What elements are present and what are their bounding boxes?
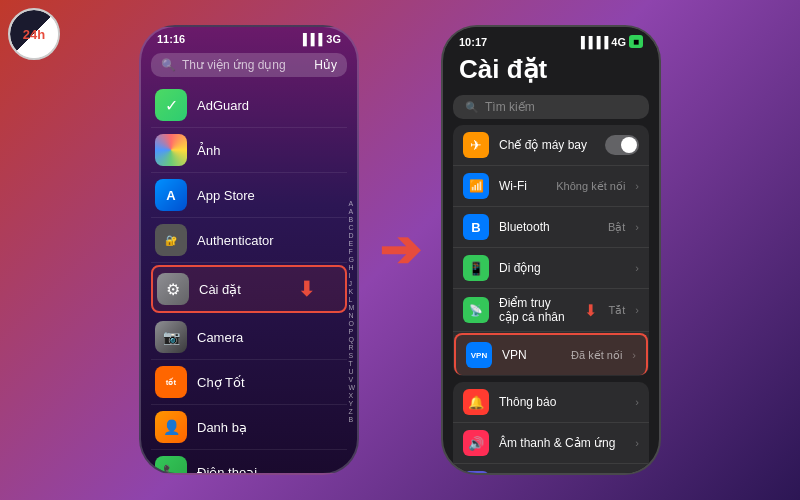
right-phone: 10:17 ▐▐▐▐ 4G ■ Cài đặt 🔍 Tìm kiếm ✈ Chế… (441, 25, 661, 475)
vpn-value: Đã kết nối (571, 349, 622, 362)
bluetooth-value: Bật (608, 221, 625, 234)
adguard-label: AdGuard (197, 98, 249, 113)
left-time: 11:16 (157, 33, 185, 45)
camera-icon: 📷 (155, 321, 187, 353)
bluetooth-label: Bluetooth (499, 220, 598, 234)
airplane-label: Chế độ máy bay (499, 138, 595, 152)
settings-label: Cài đặt (199, 282, 241, 297)
contacts-icon: 👤 (155, 411, 187, 443)
phone-icon: 📞 (155, 456, 187, 475)
notifications-icon: 🔔 (463, 389, 489, 415)
settings-section-2: 🔔 Thông báo › 🔊 Âm thanh & Cảm ứng › ☾ T… (453, 382, 649, 475)
settings-search-bar[interactable]: 🔍 Tìm kiếm (453, 95, 649, 119)
direction-arrow: ➔ (379, 225, 421, 275)
photos-icon (155, 134, 187, 166)
search-icon: 🔍 (161, 58, 176, 72)
app-item-appstore[interactable]: A App Store (151, 173, 347, 218)
settings-icon: ⚙ (157, 273, 189, 305)
phone-label: Điện thoại (197, 465, 257, 476)
sound-icon: 🔊 (463, 430, 489, 456)
authenticator-label: Authenticator (197, 233, 274, 248)
vpn-icon: VPN (466, 342, 492, 368)
settings-down-arrow: ⬇ (298, 277, 315, 301)
sound-chevron: › (635, 437, 639, 449)
network-type: 3G (326, 33, 341, 45)
wifi-value: Không kết nối (556, 180, 625, 193)
hotspot-down-arrow: ⬇ (584, 301, 597, 320)
battery-icon: ■ (629, 35, 643, 48)
mobile-label: Di động (499, 261, 625, 275)
right-status-right: ▐▐▐▐ 4G ■ (577, 35, 643, 48)
app-item-settings[interactable]: ⚙ Cài đặt ⬇ (151, 265, 347, 313)
left-status-right: ▐▐▐ 3G (299, 33, 341, 45)
settings-item-focus[interactable]: ☾ Tập trung › (453, 464, 649, 475)
watermark-logo: 24h (8, 8, 60, 60)
mobile-chevron: › (635, 262, 639, 274)
app-item-phone[interactable]: 📞 Điện thoại (151, 450, 347, 475)
notifications-chevron: › (635, 396, 639, 408)
mobile-icon: 📱 (463, 255, 489, 281)
chotot-icon: tốt (155, 366, 187, 398)
watermark-text: 24h (23, 27, 45, 42)
left-status-bar: 11:16 ▐▐▐ 3G (141, 27, 357, 47)
settings-item-bluetooth[interactable]: B Bluetooth Bật › (453, 207, 649, 248)
alpha-index: A A B C D E F G H I J K L M N O P Q R S (348, 200, 355, 423)
chotot-label: Chợ Tốt (197, 375, 245, 390)
appstore-icon: A (155, 179, 187, 211)
wifi-icon: 📶 (463, 173, 489, 199)
app-item-photos[interactable]: Ảnh (151, 128, 347, 173)
airplane-toggle[interactable] (605, 135, 639, 155)
appstore-label: App Store (197, 188, 255, 203)
right-signal: ▐▐▐▐ (577, 36, 608, 48)
app-item-adguard[interactable]: ✓ AdGuard (151, 83, 347, 128)
settings-item-airplane[interactable]: ✈ Chế độ máy bay (453, 125, 649, 166)
sound-label: Âm thanh & Cảm ứng (499, 436, 625, 450)
hotspot-value: Tắt (609, 304, 626, 317)
settings-item-notifications[interactable]: 🔔 Thông báo › (453, 382, 649, 423)
wifi-label: Wi-Fi (499, 179, 546, 193)
right-time: 10:17 (459, 36, 487, 48)
settings-item-mobile[interactable]: 📱 Di động › (453, 248, 649, 289)
settings-section-1: ✈ Chế độ máy bay 📶 Wi-Fi Không kết nối ›… (453, 125, 649, 376)
left-phone: 11:16 ▐▐▐ 3G 🔍 Thư viện ứng dụng Hủy ✓ A… (139, 25, 359, 475)
bluetooth-chevron: › (635, 221, 639, 233)
left-search-bar[interactable]: 🔍 Thư viện ứng dụng Hủy (151, 53, 347, 77)
vpn-label: VPN (502, 348, 561, 362)
app-list: ✓ AdGuard Ảnh A App Store 🔐 Authenticato… (141, 83, 357, 475)
notifications-label: Thông báo (499, 395, 625, 409)
hotspot-label: Điểm truy cập cá nhân (499, 296, 574, 324)
adguard-icon: ✓ (155, 89, 187, 121)
settings-item-vpn[interactable]: VPN VPN Đã kết nối › (454, 333, 648, 375)
app-item-camera[interactable]: 📷 Camera (151, 315, 347, 360)
main-container: 11:16 ▐▐▐ 3G 🔍 Thư viện ứng dụng Hủy ✓ A… (0, 0, 800, 500)
signal-icon: ▐▐▐ (299, 33, 322, 45)
settings-search-icon: 🔍 (465, 101, 479, 114)
settings-search-placeholder: Tìm kiếm (485, 100, 535, 114)
camera-label: Camera (197, 330, 243, 345)
settings-item-sound[interactable]: 🔊 Âm thanh & Cảm ứng › (453, 423, 649, 464)
photos-label: Ảnh (197, 143, 220, 158)
search-placeholder: Thư viện ứng dụng (182, 58, 308, 72)
authenticator-icon: 🔐 (155, 224, 187, 256)
bluetooth-icon: B (463, 214, 489, 240)
settings-item-wifi[interactable]: 📶 Wi-Fi Không kết nối › (453, 166, 649, 207)
settings-page-title: Cài đặt (443, 50, 659, 91)
hotspot-icon: 📡 (463, 297, 489, 323)
vpn-chevron: › (632, 349, 636, 361)
settings-item-hotspot[interactable]: 📡 Điểm truy cập cá nhân ⬇ Tắt › (453, 289, 649, 332)
app-item-authenticator[interactable]: 🔐 Authenticator (151, 218, 347, 263)
cancel-button[interactable]: Hủy (314, 58, 337, 72)
right-status-bar: 10:17 ▐▐▐▐ 4G ■ (443, 27, 659, 50)
wifi-chevron: › (635, 180, 639, 192)
focus-icon: ☾ (463, 471, 489, 475)
hotspot-chevron: › (635, 304, 639, 316)
app-item-chotot[interactable]: tốt Chợ Tốt (151, 360, 347, 405)
app-item-contacts[interactable]: 👤 Danh bạ (151, 405, 347, 450)
airplane-icon: ✈ (463, 132, 489, 158)
contacts-label: Danh bạ (197, 420, 247, 435)
right-network: 4G (611, 36, 626, 48)
